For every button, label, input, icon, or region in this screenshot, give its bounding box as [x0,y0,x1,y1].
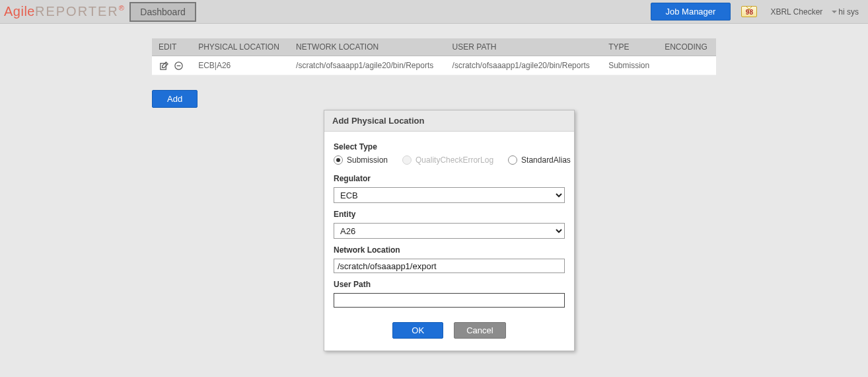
logo-reporter-text: REPORTER [35,4,119,19]
regulator-select[interactable]: ECB [334,187,565,203]
radio-qualitycheck: QualityCheckErrorLog [402,155,493,165]
radio-icon [334,155,343,165]
logo-agile-text: Agile [4,4,35,19]
logo-registered: ® [119,4,125,12]
top-bar: AgileREPORTER® Dashboard Job Manager 98 … [0,0,868,24]
network-location-input[interactable] [334,259,565,273]
radio-icon [402,155,412,165]
user-path-label: User Path [334,280,565,289]
dashboard-button[interactable]: Dashboard [129,2,196,22]
radio-submission-label: Submission [347,155,388,165]
col-physical: PHYSICAL LOCATION [192,38,289,56]
edit-row-icon[interactable] [159,60,169,71]
radio-standardalias[interactable]: StandardAlias [508,155,571,165]
job-manager-button[interactable]: Job Manager [651,3,731,21]
mail-count-badge: 98 [742,7,756,17]
mail-icon[interactable]: 98 [741,6,757,17]
entity-label: Entity [334,210,565,219]
entity-select[interactable]: A26 [334,223,565,239]
cell-encoding [658,56,716,75]
cell-userpath: /scratch/ofsaaapp1/agile20/bin/Reports [446,56,602,75]
xbrl-checker-link[interactable]: XBRL Checker [770,7,822,17]
user-dropdown[interactable]: hi sys [832,7,859,17]
cell-physical: ECB|A26 [192,56,289,75]
app-logo: AgileREPORTER® [4,4,124,19]
radio-icon [508,155,517,165]
cancel-button[interactable]: Cancel [454,322,505,339]
col-edit: EDIT [152,38,192,56]
add-physical-location-dialog: Add Physical Location Select Type Submis… [324,110,575,351]
radio-qualitycheck-label: QualityCheckErrorLog [416,155,493,165]
regulator-label: Regulator [334,174,565,183]
ok-button[interactable]: OK [392,322,443,339]
col-network: NETWORK LOCATION [289,38,446,56]
select-type-label: Select Type [334,142,565,151]
cell-network: /scratch/ofsaaapp1/agile20/bin/Reports [289,56,446,75]
col-userpath: USER PATH [446,38,602,56]
col-encoding: ENCODING [658,38,716,56]
dialog-title: Add Physical Location [324,110,574,132]
user-path-input[interactable] [334,293,565,308]
add-button[interactable]: Add [152,90,198,108]
main-content: EDIT PHYSICAL LOCATION NETWORK LOCATION … [0,24,868,108]
radio-standardalias-label: StandardAlias [521,155,571,165]
table-row: ECB|A26 /scratch/ofsaaapp1/agile20/bin/R… [152,56,716,75]
cell-type: Submission [602,56,658,75]
network-location-label: Network Location [334,245,565,255]
radio-submission[interactable]: Submission [334,155,388,165]
col-type: TYPE [602,38,658,56]
locations-table: EDIT PHYSICAL LOCATION NETWORK LOCATION … [152,38,716,75]
remove-row-icon[interactable] [173,60,184,71]
